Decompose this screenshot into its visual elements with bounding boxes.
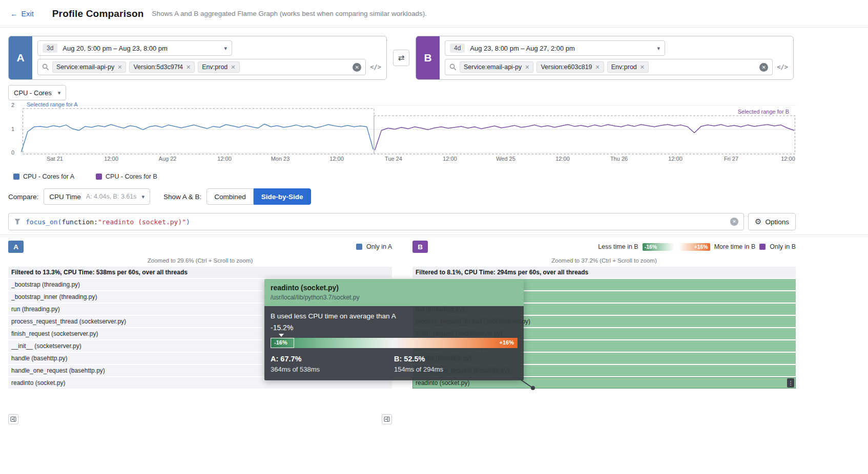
tooltip-body: B used less CPU time on average than A -…: [264, 306, 524, 380]
timeseries-chart[interactable]: Selected range for A Selected range for …: [8, 102, 796, 170]
tooltip-stat-b: B: 52.5% 154ms of 294ms: [394, 355, 518, 373]
toggle-left-panel-button[interactable]: [8, 414, 18, 424]
show-a-b-label: Show A & B:: [163, 193, 201, 201]
profile-a-body: 3d Aug 20, 5:00 pm – Aug 23, 8:00 pm ▾ S…: [32, 36, 386, 79]
combined-button[interactable]: Combined: [206, 188, 254, 205]
filter-bar: focus_on(function:"readinto (socket.py)"…: [8, 213, 796, 230]
clear-query-icon[interactable]: ✕: [730, 218, 738, 226]
metric-select-label: CPU - Cores: [14, 89, 52, 97]
filter-chip[interactable]: Service:email-api-py✕: [460, 61, 533, 73]
only-in-b-swatch: [759, 244, 766, 250]
time-range-select-b[interactable]: 4d Aug 23, 8:00 pm – Aug 27, 2:00 pm ▾: [445, 40, 665, 56]
focus-query-code: focus_on(function:"readinto (socket.py)"…: [26, 218, 190, 226]
legend-swatch-b: [96, 174, 102, 180]
code-view-icon[interactable]: </>: [370, 63, 381, 71]
search-icon: [449, 63, 457, 71]
time-range-label-b: Aug 23, 8:00 pm – Aug 27, 2:00 pm: [470, 45, 575, 52]
remove-filter-icon[interactable]: ✕: [186, 64, 191, 71]
diff-gradient-bar: [271, 338, 518, 348]
x-axis-label: Tue 24: [385, 156, 402, 162]
flame-frame-label: process_request_thread (socketserver.py): [11, 318, 126, 325]
clear-search-a-icon[interactable]: ✕: [353, 63, 361, 72]
metric-select[interactable]: CPU - Cores ▾: [8, 85, 66, 100]
filter-chip[interactable]: Env:prod✕: [198, 61, 239, 73]
remove-filter-icon[interactable]: ✕: [231, 64, 235, 71]
filter-chip-label: Env:prod: [611, 63, 637, 71]
search-input-a[interactable]: Service:email-api-py✕Version:5d3c97f4✕En…: [37, 59, 366, 75]
query-token: focus_on(: [26, 218, 61, 226]
x-axis-label: 12:00: [443, 156, 457, 162]
search-input-b[interactable]: Service:email-api-py✕Version:e603c819✕En…: [445, 59, 773, 75]
profile-b-body: 4d Aug 23, 8:00 pm – Aug 27, 2:00 pm ▾ S…: [440, 36, 793, 79]
chevron-down-icon: ▾: [58, 90, 61, 96]
frame-menu-icon[interactable]: ⋮: [787, 378, 794, 387]
flame-frame-label: finish_request (socketserver.py): [11, 330, 98, 337]
tooltip-frame-path: /usr/local/lib/python3.7/socket.py: [271, 294, 518, 301]
remove-filter-icon[interactable]: ✕: [640, 64, 645, 71]
options-button[interactable]: ⚙ Options: [748, 213, 796, 230]
tooltip-header: readinto (socket.py) /usr/local/lib/pyth…: [264, 279, 524, 306]
flame-panel-a-header: A Only in A: [8, 240, 392, 253]
side-by-side-button[interactable]: Side-by-Side: [254, 188, 311, 205]
panel-expand-icon: [384, 416, 390, 422]
frame-tooltip: readinto (socket.py) /usr/local/lib/pyth…: [264, 279, 524, 380]
flame-frame-label: run (threading.py): [11, 306, 60, 313]
x-axis-label: Fri 27: [724, 156, 738, 162]
flame-a-footer: [8, 414, 392, 424]
filter-chip[interactable]: Version:5d3c97f4✕: [129, 61, 195, 73]
duration-badge-b: 4d: [450, 44, 465, 53]
toggle-right-panel-button[interactable]: [382, 414, 392, 424]
legend-item-b[interactable]: CPU - Cores for B: [96, 173, 157, 180]
x-axis-label: 12:00: [217, 156, 232, 162]
y-axis-label: 2: [11, 102, 14, 108]
filter-chip[interactable]: Service:email-api-py✕: [52, 61, 126, 73]
swap-a-b-button[interactable]: ⇄: [393, 50, 409, 66]
time-range-select-a[interactable]: 3d Aug 20, 5:00 pm – Aug 23, 8:00 pm ▾: [37, 40, 232, 56]
filter-chip-label: Version:e603c819: [541, 63, 592, 71]
tooltip-pointer-line: [513, 374, 542, 393]
code-view-icon[interactable]: </>: [777, 63, 788, 71]
swap-icon: ⇄: [398, 53, 405, 62]
exit-link[interactable]: ← Exit: [10, 10, 34, 18]
duration-badge-a: 3d: [43, 44, 57, 53]
diff-legend: Less time in B -16% +16% More time in B …: [598, 243, 796, 251]
legend-label-b: CPU - Cores for B: [106, 173, 157, 180]
clear-search-b-icon[interactable]: ✕: [759, 63, 768, 72]
profile-b-badge: B: [416, 36, 440, 79]
zoom-status-a: Zoomed to 29.6% (Ctrl + Scroll to zoom): [8, 257, 392, 264]
filter-chip-label: Version:5d3c97f4: [133, 63, 183, 71]
remove-filter-icon[interactable]: ✕: [117, 64, 122, 71]
x-axis-label: 12:00: [329, 156, 344, 162]
only-in-b-label: Only in B: [770, 243, 796, 250]
options-label: Options: [765, 218, 789, 226]
tooltip-a-detail: 364ms of 538ms: [271, 365, 394, 373]
compare-metric-values: A: 4.04s, B: 3.61s: [86, 193, 137, 200]
legend-item-a[interactable]: CPU - Cores for A: [13, 173, 74, 180]
compare-metric-select[interactable]: CPU Time A: 4.04s, B: 3.61s ▾: [44, 188, 150, 205]
remove-filter-icon[interactable]: ✕: [595, 64, 600, 71]
flame-b-badge: B: [412, 241, 428, 253]
diff-scale-orange: +16%: [678, 243, 710, 251]
diff-scale-max-label: +16%: [694, 244, 708, 250]
remove-filter-icon[interactable]: ✕: [525, 64, 529, 71]
less-time-label: Less time in B: [598, 243, 638, 250]
search-row-b: Service:email-api-py✕Version:e603c819✕En…: [445, 59, 788, 75]
filter-chips-a: Service:email-api-py✕Version:5d3c97f4✕En…: [52, 61, 240, 73]
y-axis-label: 1: [11, 126, 14, 132]
flame-frame-label: __init__ (socketserver.py): [11, 342, 81, 350]
legend-label-a: CPU - Cores for A: [23, 173, 74, 180]
query-token: function:: [61, 218, 97, 226]
only-in-a-legend: Only in A: [356, 243, 392, 250]
x-axis: Sat 2112:00Aug 2212:00Mon 2312:00Tue 241…: [8, 156, 796, 164]
focus-query-input[interactable]: focus_on(function:"readinto (socket.py)"…: [8, 213, 744, 230]
only-in-a-label: Only in A: [366, 243, 392, 250]
flame-graph-section: A Only in A Zoomed to 29.6% (Ctrl + Scro…: [0, 234, 868, 437]
time-range-label-a: Aug 20, 5:00 pm – Aug 23, 8:00 pm: [63, 45, 168, 52]
filter-chip[interactable]: Env:prod✕: [607, 61, 649, 73]
filter-chip[interactable]: Version:e603c819✕: [536, 61, 604, 73]
page-subtitle: Shows A and B aggregated Flame Graph (wo…: [152, 10, 427, 17]
diff-scale-max: +16%: [500, 339, 514, 346]
diff-scale-green: -16%: [643, 243, 674, 251]
filter-chip-label: Service:email-api-py: [464, 63, 522, 71]
filter-chips-b: Service:email-api-py✕Version:e603c819✕En…: [460, 61, 649, 73]
